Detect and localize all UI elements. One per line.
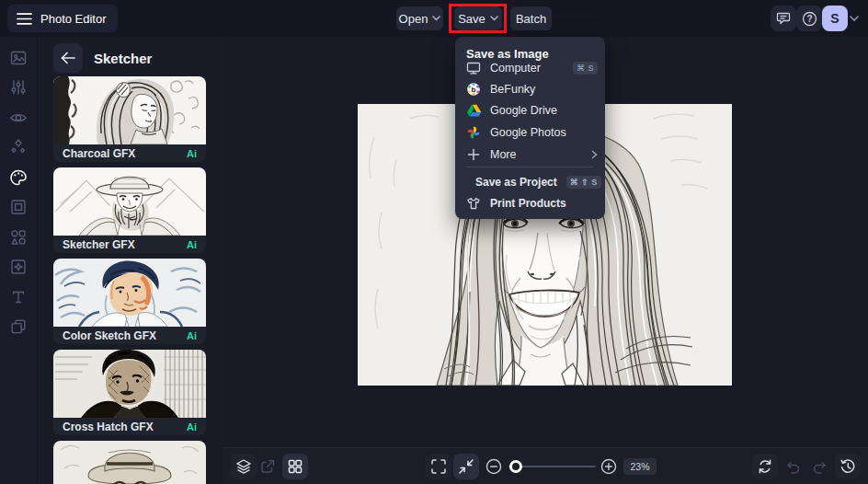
open-button[interactable]: Open xyxy=(396,6,443,30)
save-button[interactable]: Save xyxy=(454,6,502,30)
history-icon xyxy=(839,457,857,476)
menu-item-save-as-project[interactable]: Save as Project ⌘ ⇧ S xyxy=(466,171,598,193)
plus-icon xyxy=(466,147,481,162)
effect-name: Charcoal GFX xyxy=(63,147,135,160)
effects-tool-icon[interactable] xyxy=(9,138,28,156)
collapse-icon xyxy=(457,457,475,476)
left-rail xyxy=(0,37,37,484)
chevron-right-icon xyxy=(591,150,598,159)
history-button[interactable] xyxy=(835,454,861,479)
svg-text:b: b xyxy=(472,86,476,94)
back-button[interactable] xyxy=(53,43,83,73)
account-chevron-icon[interactable] xyxy=(850,16,859,22)
effect-card-partial[interactable] xyxy=(53,441,206,484)
menu-item-print-products[interactable]: Print Products xyxy=(466,192,598,214)
color-sketch-gfx-thumbnail xyxy=(53,259,206,327)
charcoal-gfx-thumbnail xyxy=(53,76,206,144)
touchup-tool-icon[interactable] xyxy=(9,109,28,127)
help-icon: ? xyxy=(802,11,817,27)
artsy-tool-icon[interactable] xyxy=(9,168,28,187)
google-photos-icon xyxy=(466,125,481,140)
menu-item-label: Google Drive xyxy=(490,104,557,117)
fit-screen-button[interactable] xyxy=(453,454,479,479)
avatar-initial: S xyxy=(830,11,839,26)
menu-item-label: More xyxy=(490,148,516,161)
batch-button[interactable]: Batch xyxy=(510,6,552,30)
menu-item-more[interactable]: More xyxy=(466,144,598,166)
save-dropdown-menu: Save as Image Computer ⌘ S b BeFunky Goo… xyxy=(455,37,605,219)
panel-title: Sketcher xyxy=(94,51,152,66)
adjust-tool-icon[interactable] xyxy=(9,78,28,97)
ai-badge: Ai xyxy=(187,239,197,250)
zoom-level-badge[interactable]: 23% xyxy=(623,458,657,475)
card-label-row: Color Sketch GFX Ai xyxy=(53,327,206,344)
effect-card-cross-hatch-gfx[interactable]: Cross Hatch GFX Ai xyxy=(53,350,206,435)
graphics-tool-icon[interactable] xyxy=(9,228,28,247)
expand-icon xyxy=(429,457,448,476)
menu-item-label: Save as Project xyxy=(475,176,557,189)
zoom-out-button[interactable] xyxy=(481,454,507,479)
effect-card-charcoal-gfx[interactable]: Charcoal GFX Ai xyxy=(53,76,206,162)
reset-button[interactable] xyxy=(752,454,778,479)
app-title: Photo Editor xyxy=(40,12,107,26)
menu-item-computer[interactable]: Computer ⌘ S xyxy=(466,57,598,79)
back-arrow-icon xyxy=(60,52,76,64)
photo-editor-app: Photo Editor Open Save Batch ? S xyxy=(0,0,868,484)
chevron-down-icon xyxy=(432,16,440,21)
pencil-gfx-thumbnail xyxy=(53,441,206,484)
text-tool-icon[interactable] xyxy=(9,288,28,306)
ai-badge: Ai xyxy=(187,421,197,432)
avatar[interactable]: S xyxy=(822,6,848,31)
chat-icon xyxy=(776,11,791,26)
frames-tool-icon[interactable] xyxy=(9,198,28,216)
help-button[interactable]: ? xyxy=(796,6,822,31)
chevron-down-icon xyxy=(490,16,498,21)
shortcut-badge: ⌘ S xyxy=(573,62,598,75)
computer-icon xyxy=(466,61,481,75)
sketcher-panel: Sketcher xyxy=(37,37,223,484)
zoom-slider-handle[interactable] xyxy=(509,460,522,473)
grid-view-button[interactable] xyxy=(282,454,308,479)
feedback-button[interactable] xyxy=(771,6,796,31)
card-label-row: Sketcher GFX Ai xyxy=(53,236,206,253)
zoom-in-button[interactable] xyxy=(596,454,622,479)
effect-name: Color Sketch GFX xyxy=(63,329,156,342)
refresh-icon xyxy=(756,457,774,476)
export-button[interactable] xyxy=(255,454,280,479)
effect-card-sketcher-gfx[interactable]: Sketcher GFX Ai xyxy=(53,167,206,253)
menu-item-google-photos[interactable]: Google Photos xyxy=(466,121,598,144)
undo-icon xyxy=(783,457,802,476)
befunky-icon: b xyxy=(466,82,481,97)
undo-button[interactable] xyxy=(780,454,805,479)
ai-badge: Ai xyxy=(187,330,197,341)
menu-item-label: Google Photos xyxy=(490,126,566,139)
bottom-toolbar: 23% xyxy=(223,447,868,484)
hamburger-icon xyxy=(17,13,32,25)
effect-name: Sketcher GFX xyxy=(63,238,135,251)
save-label: Save xyxy=(458,12,485,26)
layers-stack-icon xyxy=(234,457,253,476)
menu-item-google-drive[interactable]: Google Drive xyxy=(466,99,598,121)
effect-name: Cross Hatch GFX xyxy=(63,421,154,433)
layers-button[interactable] xyxy=(231,454,257,479)
shortcut-badge: ⌘ ⇧ S xyxy=(566,176,601,189)
zoom-out-icon xyxy=(485,457,503,476)
card-label-row: Cross Hatch GFX Ai xyxy=(53,418,206,435)
svg-text:?: ? xyxy=(806,14,812,24)
top-bar: Photo Editor Open Save Batch ? S xyxy=(0,0,868,37)
ai-badge: Ai xyxy=(187,148,197,159)
effect-card-color-sketch-gfx[interactable]: Color Sketch GFX Ai xyxy=(53,259,206,344)
overlays-tool-icon[interactable] xyxy=(9,258,28,276)
photos-tool-icon[interactable] xyxy=(9,49,28,67)
grid-icon xyxy=(286,457,304,476)
export-icon xyxy=(258,457,277,476)
menu-item-label: Print Products xyxy=(490,197,566,210)
app-menu-button[interactable]: Photo Editor xyxy=(7,5,118,32)
batch-label: Batch xyxy=(516,12,546,26)
menu-item-befunky[interactable]: b BeFunky xyxy=(466,78,598,100)
layers-tool-icon[interactable] xyxy=(9,317,28,336)
redo-icon xyxy=(811,457,829,476)
menu-item-label: BeFunky xyxy=(490,83,535,96)
fullscreen-button[interactable] xyxy=(426,454,451,479)
redo-button[interactable] xyxy=(807,454,833,479)
